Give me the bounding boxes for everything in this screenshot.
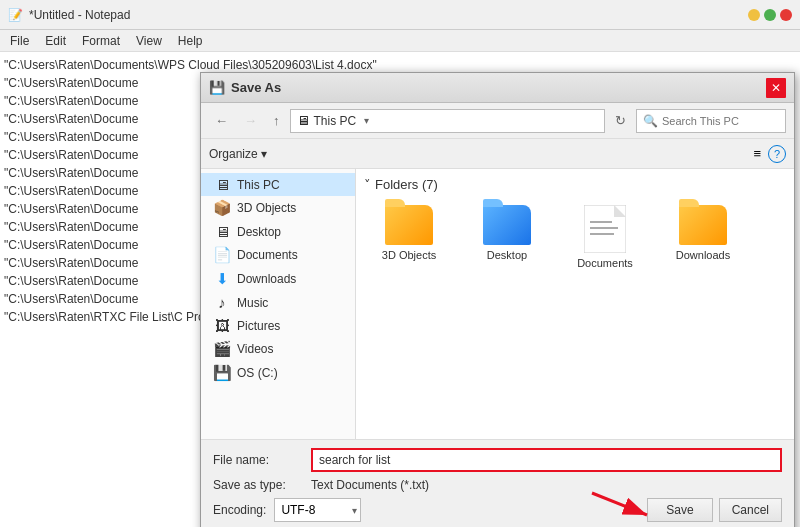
downloads-label: Downloads: [237, 272, 296, 286]
menu-help[interactable]: Help: [172, 32, 209, 50]
address-path: This PC: [314, 114, 357, 128]
nav-item-os-c[interactable]: 💾 OS (C:): [201, 361, 355, 385]
videos-icon: 🎬: [213, 340, 231, 358]
view-toggle-button[interactable]: ≡: [748, 143, 766, 164]
dialog-main-content: 🖥 This PC 📦 3D Objects 🖥 Desktop 📄 Docum…: [201, 169, 794, 439]
nav-item-documents[interactable]: 📄 Documents: [201, 243, 355, 267]
documents-icon: 📄: [213, 246, 231, 264]
pictures-icon: 🖼: [213, 317, 231, 334]
menu-edit[interactable]: Edit: [39, 32, 72, 50]
music-icon: ♪: [213, 294, 231, 311]
encoding-select-wrapper: UTF-8 ANSI UTF-16 LE UTF-16 BE: [274, 498, 361, 522]
folder-documents[interactable]: Documents: [560, 200, 650, 274]
dialog-nav-toolbar: ← → ↑ 🖥 This PC ▾ ↻ 🔍: [201, 103, 794, 139]
filename-input[interactable]: [311, 448, 782, 472]
svg-rect-4: [590, 233, 614, 235]
encoding-section: Encoding: UTF-8 ANSI UTF-16 LE UTF-16 BE: [213, 498, 361, 522]
notepad-menubar: File Edit Format View Help: [0, 30, 800, 52]
refresh-button[interactable]: ↻: [609, 109, 632, 132]
this-pc-icon: 🖥: [213, 176, 231, 193]
menu-view[interactable]: View: [130, 32, 168, 50]
address-pc-icon: 🖥: [297, 113, 310, 128]
folders-grid: 3D Objects Desktop: [364, 200, 786, 274]
videos-label: Videos: [237, 342, 273, 356]
folder-label-documents: Documents: [577, 257, 633, 269]
filename-label: File name:: [213, 453, 303, 467]
nav-item-3d-objects[interactable]: 📦 3D Objects: [201, 196, 355, 220]
saveas-dialog: 💾 Save As ✕ ← → ↑ 🖥 This PC ▾ ↻ 🔍 Organi…: [200, 72, 795, 527]
savetype-row: Save as type: Text Documents (*.txt): [213, 478, 782, 492]
notepad-titlebar: 📝 *Untitled - Notepad: [0, 0, 800, 30]
maximize-icon[interactable]: [764, 9, 776, 21]
up-button[interactable]: ↑: [267, 109, 286, 132]
nav-item-music[interactable]: ♪ Music: [201, 291, 355, 314]
help-button[interactable]: ?: [768, 145, 786, 163]
menu-file[interactable]: File: [4, 32, 35, 50]
dialog-action-buttons: Save Cancel: [647, 498, 782, 522]
address-bar[interactable]: 🖥 This PC ▾: [290, 109, 606, 133]
nav-item-pictures[interactable]: 🖼 Pictures: [201, 314, 355, 337]
notepad-title: 📝 *Untitled - Notepad: [8, 8, 130, 22]
folder-label-downloads: Downloads: [676, 249, 730, 261]
nav-panel: 🖥 This PC 📦 3D Objects 🖥 Desktop 📄 Docum…: [201, 169, 356, 439]
svg-rect-2: [590, 221, 612, 223]
buttons-area: Save Cancel: [647, 498, 782, 522]
folder-desktop[interactable]: Desktop: [462, 200, 552, 274]
cancel-button[interactable]: Cancel: [719, 498, 782, 522]
file-panel: ˅ Folders (7) 3D Objects Desktop: [356, 169, 794, 439]
forward-button[interactable]: →: [238, 109, 263, 132]
nav-item-videos[interactable]: 🎬 Videos: [201, 337, 355, 361]
dialog-close-button[interactable]: ✕: [766, 78, 786, 98]
folder-icon-3d-objects: [385, 205, 433, 245]
search-icon: 🔍: [643, 114, 658, 128]
organize-button[interactable]: Organize ▾: [209, 147, 267, 161]
3d-objects-icon: 📦: [213, 199, 231, 217]
pictures-label: Pictures: [237, 319, 280, 333]
search-input[interactable]: [662, 115, 800, 127]
encoding-label: Encoding:: [213, 503, 266, 517]
dialog-buttons-row: Encoding: UTF-8 ANSI UTF-16 LE UTF-16 BE: [213, 498, 782, 522]
folder-icon-downloads: [679, 205, 727, 245]
nav-item-this-pc[interactable]: 🖥 This PC: [201, 173, 355, 196]
folders-header: ˅ Folders (7): [364, 177, 786, 192]
notepad-window-controls: [748, 9, 792, 21]
address-chevron-icon: ▾: [364, 115, 369, 126]
dialog-title: 💾 Save As: [209, 80, 281, 95]
folder-3d-objects[interactable]: 3D Objects: [364, 200, 454, 274]
music-label: Music: [237, 296, 268, 310]
nav-item-desktop[interactable]: 🖥 Desktop: [201, 220, 355, 243]
notepad-icon: 📝: [8, 8, 23, 22]
os-c-label: OS (C:): [237, 366, 278, 380]
search-box[interactable]: 🔍: [636, 109, 786, 133]
downloads-icon: ⬇: [213, 270, 231, 288]
folder-downloads[interactable]: Downloads: [658, 200, 748, 274]
desktop-label: Desktop: [237, 225, 281, 239]
dialog-bottom: File name: Save as type: Text Documents …: [201, 439, 794, 527]
savetype-value: Text Documents (*.txt): [311, 478, 429, 492]
close-icon[interactable]: [780, 9, 792, 21]
svg-line-6: [592, 493, 647, 515]
notepad-title-text: *Untitled - Notepad: [29, 8, 130, 22]
savetype-label: Save as type:: [213, 478, 303, 492]
dialog-organize-toolbar: Organize ▾ ≡ ?: [201, 139, 794, 169]
back-button[interactable]: ←: [209, 109, 234, 132]
organize-label: Organize ▾: [209, 147, 267, 161]
folders-header-text: Folders (7): [375, 177, 438, 192]
this-pc-label: This PC: [237, 178, 280, 192]
folder-label-desktop: Desktop: [487, 249, 527, 261]
folder-icon-desktop: [483, 205, 531, 245]
encoding-select[interactable]: UTF-8 ANSI UTF-16 LE UTF-16 BE: [274, 498, 361, 522]
nav-item-downloads[interactable]: ⬇ Downloads: [201, 267, 355, 291]
chevron-down-icon: ˅: [364, 177, 371, 192]
menu-format[interactable]: Format: [76, 32, 126, 50]
filename-row: File name:: [213, 448, 782, 472]
minimize-icon[interactable]: [748, 9, 760, 21]
dialog-titlebar: 💾 Save As ✕: [201, 73, 794, 103]
dialog-save-icon: 💾: [209, 80, 225, 95]
view-buttons: ≡ ?: [748, 143, 786, 164]
svg-rect-3: [590, 227, 618, 229]
documents-label: Documents: [237, 248, 298, 262]
arrow-indicator: [582, 483, 662, 523]
folder-label-3d-objects: 3D Objects: [382, 249, 436, 261]
folder-icon-documents: [584, 205, 626, 253]
